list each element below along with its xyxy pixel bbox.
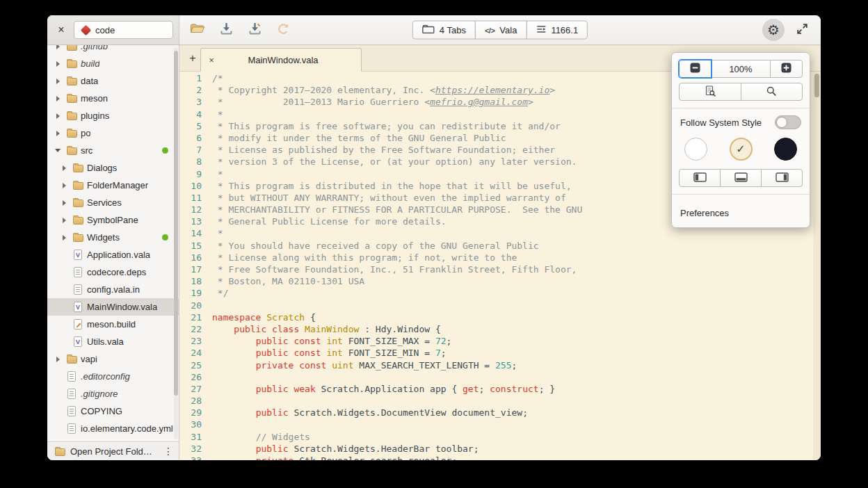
style-dark-button[interactable] [774,138,797,161]
save-button[interactable] [217,21,235,39]
sidebar-scrollbar[interactable] [174,47,178,439]
tree-item-data[interactable]: data [47,72,179,90]
code-line[interactable]: 18 * Boston, MA 02110-1301 USA [179,275,821,287]
disclosure-right-icon[interactable] [53,357,63,362]
global-search-button[interactable] [741,83,803,101]
style-light-button[interactable] [684,138,707,161]
sidebar-scrollbar-thumb[interactable] [174,51,178,396]
code-line[interactable]: 20 [179,300,821,311]
tabs-overview-button[interactable]: 4 Tabs [412,21,476,40]
code-line[interactable]: 31 // Widgets [179,431,821,443]
disclosure-right-icon[interactable] [53,79,63,84]
fullscreen-button[interactable] [793,21,811,39]
code-line[interactable]: 32 public Scratch.Widgets.HeaderBar tool… [179,443,821,455]
tree-item-services[interactable]: Services [47,194,179,211]
disclosure-right-icon[interactable] [53,113,63,119]
find-in-page-button[interactable] [679,83,741,101]
tree-item-codecore-deps[interactable]: codecore.deps [47,263,179,281]
new-tab-button[interactable]: + [186,51,200,65]
code-line[interactable]: 17 * Free Software Foundation, Inc., 51 … [179,263,821,275]
preferences-button[interactable]: Preferences [679,202,803,220]
disclosure-right-icon[interactable] [53,96,63,101]
code-line[interactable]: 24 public const int FONT_SIZE_MIN = 7; [179,347,821,359]
tree-item-config-vala-in[interactable]: config.vala.in [47,281,179,298]
tree-item-src[interactable]: src [47,142,179,159]
tree-item-mainwindow-vala[interactable]: MainWindow.vala [47,298,179,316]
window-close-button[interactable]: × [54,23,68,37]
disclosure-right-icon[interactable] [53,131,63,136]
line-number: 22 [179,323,202,335]
toggle-sidebar-right-button[interactable] [761,169,803,187]
tree-item-plugins[interactable]: plugins [47,107,179,124]
save-as-button[interactable] [246,21,264,39]
disclosure-right-icon[interactable] [53,45,63,49]
tree-item-symbolpane[interactable]: SymbolPane [47,211,179,229]
disclosure-right-icon[interactable] [53,61,63,67]
zoom-level-button[interactable]: 100% [711,60,771,78]
code-text: /* [212,72,223,84]
code-text: public Scratch.Widgets.DocumentView docu… [212,407,528,418]
tab-mainwindow-vala[interactable]: × MainWindow.vala [200,48,362,72]
disclosure-right-icon[interactable] [59,200,69,206]
code-line[interactable]: 22 public class MainWindow : Hdy.Window … [179,323,821,335]
tree-item-gitignore[interactable]: .gitignore [47,385,179,402]
tree-item-vapi[interactable]: vapi [47,350,179,368]
code-line[interactable]: 28 [179,395,821,407]
zoom-in-button[interactable] [770,60,803,78]
tree-item-widgets[interactable]: Widgets [47,229,179,246]
tree-item-copying[interactable]: COPYING [47,402,179,420]
tree-item-dialogs[interactable]: Dialogs [47,159,179,177]
gear-icon: ⚙ [767,23,780,37]
disclosure-right-icon[interactable] [59,183,69,188]
tree-item-io-elementary-code-yml[interactable]: io.elementary.code.yml [47,420,179,437]
code-line[interactable]: 23 public const int FONT_SIZE_MAX = 72; [179,335,821,347]
line-number: 12 [179,204,202,215]
toggle-sidebar-left-button[interactable] [679,169,721,187]
tree-item-po[interactable]: po [47,124,179,142]
code-line[interactable]: 29 public Scratch.Widgets.DocumentView d… [179,407,821,418]
code-line[interactable]: 21namespace Scratch { [179,311,821,323]
code-line[interactable]: 25 private const uint MAX_SEARCH_TEXT_LE… [179,359,821,371]
language-button[interactable]: </> Vala [475,21,527,40]
code-line[interactable]: 26 [179,371,821,383]
tree-item-meson-build[interactable]: meson.build [47,316,179,333]
tree-item-github[interactable]: .github [47,45,179,55]
code-line[interactable]: 30 [179,418,821,430]
code-line[interactable]: 33 private Gtk.Revealer search_revealer; [179,455,821,460]
tree-item-utils-vala[interactable]: Utils.vala [47,333,179,350]
follow-system-style-switch[interactable] [775,115,801,129]
style-sand-button[interactable]: ✓ [730,138,753,161]
open-file-button[interactable] [188,21,207,39]
tree-item-build[interactable]: build [47,55,179,72]
tab-close-button[interactable]: × [205,55,218,65]
settings-button[interactable]: ⚙ [762,19,785,41]
changed-badge [162,147,168,154]
tree-item-meson[interactable]: meson [47,90,179,107]
project-chooser-button[interactable]: code [74,21,173,39]
tree-item-label: Services [87,197,122,208]
zoom-out-button[interactable] [679,60,712,78]
disclosure-right-icon[interactable] [59,218,69,223]
code-line[interactable]: 16 * License along with this program; if… [179,252,821,263]
code-line[interactable]: 14 * [179,227,821,239]
editor-scrollbar-thumb[interactable] [814,74,819,97]
tree-item-foldermanager[interactable]: FolderManager [47,177,179,194]
revert-button[interactable] [274,21,292,39]
line-number: 24 [179,347,202,359]
switch-knob [776,117,787,128]
toggle-bottom-panel-button[interactable] [720,169,762,187]
code-line[interactable]: 27 public weak Scratch.Application app {… [179,383,821,395]
line-number: 15 [179,240,202,252]
goto-line-button[interactable]: 1166.1 [526,21,588,40]
code-line[interactable]: 19 */ [179,287,821,299]
disclosure-right-icon[interactable] [59,235,69,241]
tree-item-application-vala[interactable]: Application.vala [47,246,179,263]
open-project-folder-button[interactable]: Open Project Folder… ⋮ [47,441,179,460]
disclosure-down-icon[interactable] [53,149,63,152]
editor-scrollbar[interactable] [813,72,821,460]
layout-sidebar-right-icon [775,172,789,184]
disclosure-right-icon[interactable] [59,165,69,171]
project-menu-button[interactable]: ⋮ [162,446,175,457]
tree-item-editorconfig[interactable]: .editorconfig [47,368,179,385]
code-line[interactable]: 15 * You should have received a copy of … [179,240,821,252]
